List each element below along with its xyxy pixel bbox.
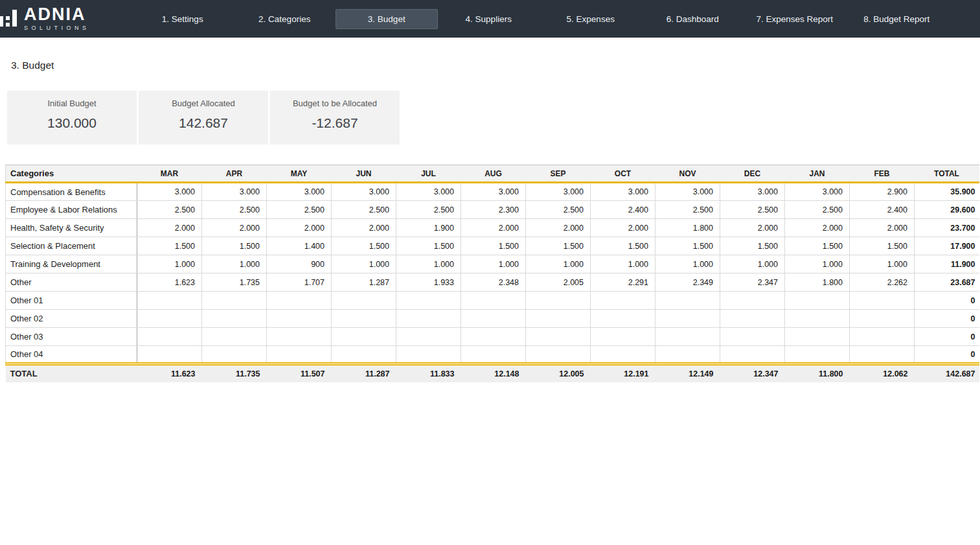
value-cell-apr[interactable]: 3.000 xyxy=(202,183,267,201)
value-cell-feb[interactable] xyxy=(850,292,915,310)
value-cell-may[interactable]: 1.400 xyxy=(267,237,332,255)
value-cell-mar[interactable]: 2.500 xyxy=(137,201,202,219)
value-cell-jul[interactable] xyxy=(396,328,461,346)
value-cell-sep[interactable] xyxy=(526,310,591,328)
value-cell-aug[interactable] xyxy=(461,310,526,328)
value-cell-sep[interactable] xyxy=(526,328,591,346)
category-cell[interactable]: Other 04 xyxy=(6,346,137,364)
value-cell-feb[interactable] xyxy=(850,328,915,346)
value-cell-aug[interactable] xyxy=(461,328,526,346)
value-cell-nov[interactable]: 1.800 xyxy=(655,219,720,237)
value-cell-jan[interactable]: 1.000 xyxy=(785,255,850,273)
value-cell-apr[interactable] xyxy=(202,310,267,328)
value-cell-aug[interactable]: 2.300 xyxy=(461,201,526,219)
category-cell[interactable]: Other 02 xyxy=(6,310,137,328)
category-cell[interactable]: Employee & Labor Relations xyxy=(6,201,137,219)
value-cell-may[interactable]: 3.000 xyxy=(267,183,332,201)
value-cell-jul[interactable]: 2.500 xyxy=(396,201,461,219)
category-cell[interactable]: Selection & Placement xyxy=(6,237,137,255)
value-cell-dec[interactable] xyxy=(720,328,785,346)
value-cell-jun[interactable] xyxy=(332,328,396,346)
value-cell-mar[interactable]: 1.000 xyxy=(137,255,202,273)
value-cell-may[interactable]: 1.707 xyxy=(267,273,332,292)
value-cell-jul[interactable]: 1.500 xyxy=(396,237,461,255)
nav-tab-4-suppliers[interactable]: 4. Suppliers xyxy=(438,9,540,29)
value-cell-oct[interactable] xyxy=(591,292,655,310)
value-cell-sep[interactable]: 3.000 xyxy=(526,183,591,201)
value-cell-jun[interactable]: 1.000 xyxy=(332,255,396,273)
value-cell-jun[interactable] xyxy=(332,310,396,328)
category-cell[interactable]: Compensation & Benefits xyxy=(6,183,137,201)
value-cell-nov[interactable] xyxy=(655,328,720,346)
value-cell-jun[interactable]: 2.000 xyxy=(332,219,396,237)
value-cell-may[interactable]: 2.000 xyxy=(267,219,332,237)
value-cell-oct[interactable]: 1.500 xyxy=(591,237,655,255)
value-cell-aug[interactable] xyxy=(461,292,526,310)
value-cell-apr[interactable] xyxy=(202,346,267,364)
value-cell-dec[interactable]: 1.000 xyxy=(720,255,785,273)
value-cell-feb[interactable]: 2.400 xyxy=(850,201,915,219)
value-cell-dec[interactable] xyxy=(720,346,785,364)
value-cell-nov[interactable] xyxy=(655,292,720,310)
value-cell-oct[interactable] xyxy=(591,310,655,328)
value-cell-apr[interactable]: 2.000 xyxy=(202,219,267,237)
value-cell-dec[interactable] xyxy=(720,310,785,328)
value-cell-oct[interactable]: 2.400 xyxy=(591,201,655,219)
value-cell-oct[interactable]: 3.000 xyxy=(591,183,655,201)
category-cell[interactable]: Training & Development xyxy=(6,255,137,273)
value-cell-sep[interactable]: 2.005 xyxy=(526,273,591,292)
value-cell-aug[interactable] xyxy=(461,346,526,364)
value-cell-mar[interactable] xyxy=(137,292,202,310)
value-cell-sep[interactable]: 2.500 xyxy=(526,201,591,219)
value-cell-sep[interactable]: 2.000 xyxy=(526,219,591,237)
value-cell-oct[interactable] xyxy=(591,328,655,346)
nav-tab-7-expenses-report[interactable]: 7. Expenses Report xyxy=(744,9,846,29)
value-cell-mar[interactable]: 3.000 xyxy=(137,183,202,201)
value-cell-may[interactable] xyxy=(267,328,332,346)
value-cell-jan[interactable]: 2.000 xyxy=(785,219,850,237)
value-cell-oct[interactable]: 2.000 xyxy=(591,219,655,237)
value-cell-jul[interactable]: 1.000 xyxy=(396,255,461,273)
value-cell-jan[interactable] xyxy=(785,292,850,310)
value-cell-may[interactable] xyxy=(267,292,332,310)
value-cell-mar[interactable]: 2.000 xyxy=(137,219,202,237)
value-cell-apr[interactable] xyxy=(202,328,267,346)
nav-tab-6-dashboard[interactable]: 6. Dashboard xyxy=(642,9,744,29)
value-cell-oct[interactable]: 1.000 xyxy=(591,255,655,273)
value-cell-apr[interactable]: 1.500 xyxy=(202,237,267,255)
value-cell-feb[interactable]: 2.900 xyxy=(850,183,915,201)
value-cell-mar[interactable] xyxy=(137,310,202,328)
value-cell-dec[interactable]: 1.500 xyxy=(720,237,785,255)
value-cell-aug[interactable]: 2.000 xyxy=(461,219,526,237)
value-cell-aug[interactable]: 2.348 xyxy=(461,273,526,292)
value-cell-jan[interactable] xyxy=(785,346,850,364)
value-cell-jul[interactable]: 3.000 xyxy=(396,183,461,201)
value-cell-jan[interactable] xyxy=(785,310,850,328)
value-cell-apr[interactable] xyxy=(202,292,267,310)
nav-tab-1-settings[interactable]: 1. Settings xyxy=(131,9,234,29)
value-cell-nov[interactable] xyxy=(655,310,720,328)
value-cell-jul[interactable]: 1.933 xyxy=(396,273,461,292)
value-cell-aug[interactable]: 3.000 xyxy=(461,183,526,201)
value-cell-sep[interactable] xyxy=(526,346,591,364)
value-cell-oct[interactable]: 2.291 xyxy=(591,273,655,292)
value-cell-feb[interactable] xyxy=(850,346,915,364)
nav-tab-2-categories[interactable]: 2. Categories xyxy=(234,9,336,29)
value-cell-nov[interactable]: 1.500 xyxy=(655,237,720,255)
value-cell-jul[interactable] xyxy=(396,310,461,328)
value-cell-jun[interactable] xyxy=(332,292,396,310)
value-cell-jan[interactable]: 1.500 xyxy=(785,237,850,255)
value-cell-apr[interactable]: 2.500 xyxy=(202,201,267,219)
nav-tab-5-expenses[interactable]: 5. Expenses xyxy=(540,9,642,29)
value-cell-mar[interactable]: 1.500 xyxy=(137,237,202,255)
value-cell-may[interactable]: 900 xyxy=(267,255,332,273)
value-cell-jan[interactable]: 1.800 xyxy=(785,273,850,292)
value-cell-aug[interactable]: 1.000 xyxy=(461,255,526,273)
value-cell-may[interactable] xyxy=(267,346,332,364)
value-cell-jan[interactable]: 3.000 xyxy=(785,183,850,201)
category-cell[interactable]: Health, Safety & Security xyxy=(6,219,137,237)
value-cell-jun[interactable]: 1.287 xyxy=(332,273,396,292)
nav-tab-8-budget-report[interactable]: 8. Budget Report xyxy=(846,9,948,29)
value-cell-feb[interactable] xyxy=(850,310,915,328)
value-cell-mar[interactable] xyxy=(137,346,202,364)
